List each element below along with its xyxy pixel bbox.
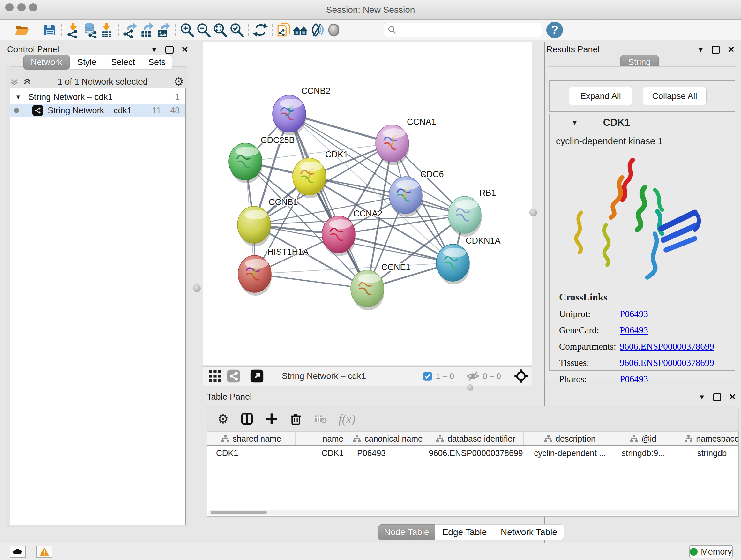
results-panel-collapse-icon[interactable]: ▼: [697, 46, 704, 54]
string-network-graph[interactable]: CCNB2CCNA1CDC25BCDK1CDC6RB1CCNB1CCNA2CDK…: [203, 42, 532, 365]
tab-edge-table[interactable]: Edge Table: [435, 524, 494, 540]
node-CCNA1[interactable]: [376, 125, 409, 165]
gene-disclosure-icon[interactable]: ▼: [571, 118, 578, 127]
warnings-button[interactable]: [37, 546, 52, 558]
table-options-gear-icon[interactable]: ⚙: [217, 412, 229, 426]
tab-network-table[interactable]: Network Table: [494, 524, 564, 540]
table-panel-collapse-icon[interactable]: ▼: [698, 393, 705, 401]
tab-select[interactable]: Select: [104, 55, 142, 70]
cell-description[interactable]: cyclin-dependent ...: [524, 448, 616, 458]
hidden-eye-icon[interactable]: [467, 370, 479, 382]
node-CDKN1A[interactable]: [436, 244, 470, 285]
cell-database-identifier[interactable]: 9606.ENSP00000378699: [428, 448, 524, 458]
grid-view-icon[interactable]: [208, 369, 222, 383]
import-database-button[interactable]: [82, 22, 98, 38]
cell-canonical-name[interactable]: P06493: [348, 448, 428, 458]
network-canvas[interactable]: CCNB2CCNA1CDC25BCDK1CDC6RB1CCNB1CCNA2CDK…: [203, 42, 532, 365]
export-table-button[interactable]: [138, 22, 155, 38]
import-network-button[interactable]: [65, 22, 82, 38]
table-panel-close-icon[interactable]: ✕: [729, 392, 736, 402]
column-header-namespace[interactable]: namespace: [670, 432, 739, 445]
tab-style[interactable]: Style: [70, 55, 104, 70]
node-CCNE1[interactable]: [351, 270, 384, 310]
crosslink-link[interactable]: P06493: [620, 309, 648, 319]
tab-network[interactable]: Network: [23, 55, 70, 70]
birdseye-navigator-icon[interactable]: [514, 368, 529, 384]
export-image-button[interactable]: [155, 22, 172, 38]
zoom-fit-button[interactable]: [212, 22, 228, 38]
zoom-out-button[interactable]: [195, 22, 212, 38]
expand-all-chevrons-icon[interactable]: [10, 77, 19, 86]
table-row[interactable]: CDK1CDK1P064939606.ENSP00000378699cyclin…: [207, 446, 738, 460]
column-header-description[interactable]: description: [524, 432, 616, 445]
search-input[interactable]: [397, 25, 531, 35]
network-share-toggle-icon[interactable]: [226, 369, 241, 383]
crosslink-link[interactable]: P06493: [620, 325, 648, 335]
toggle-glass-button[interactable]: [309, 22, 326, 38]
add-column-icon[interactable]: [265, 413, 278, 425]
crosslink-link[interactable]: 9606.ENSP00000378699: [620, 358, 714, 368]
refresh-button[interactable]: [252, 22, 269, 38]
table-panel-float-icon[interactable]: [713, 393, 721, 401]
node-CDK1[interactable]: [293, 158, 326, 198]
edge-CCNB2-CCNE1[interactable]: [289, 114, 367, 289]
column-header-canonical-name[interactable]: canonical name: [348, 432, 428, 445]
show-columns-icon[interactable]: [240, 412, 254, 426]
cloud-status-button[interactable]: [10, 546, 25, 558]
collapse-all-button[interactable]: Collapse All: [643, 87, 706, 105]
stringify-button[interactable]: [276, 22, 292, 38]
open-in-new-window-icon[interactable]: [250, 369, 264, 383]
node-CCNB1[interactable]: [238, 206, 271, 246]
column-header-name[interactable]: name: [295, 432, 348, 445]
column-header-database-identifier[interactable]: database identifier: [428, 432, 524, 445]
search-box[interactable]: [384, 23, 542, 37]
zoom-in-button[interactable]: [179, 22, 195, 38]
selected-checkbox-icon[interactable]: [423, 371, 432, 381]
column-header-shared-name[interactable]: shared name: [207, 432, 295, 445]
cell-namespace[interactable]: stringdb: [670, 448, 739, 458]
hscrollbar-thumb[interactable]: [211, 510, 267, 514]
node-CDC25B[interactable]: [229, 143, 262, 183]
help-button[interactable]: ?: [546, 22, 563, 38]
zoom-selected-button[interactable]: [228, 22, 245, 38]
network-options-gear-icon[interactable]: ⚙: [174, 75, 184, 88]
edge-HIST1H1A-CCNE1[interactable]: [255, 274, 367, 289]
control-panel-float-icon[interactable]: [165, 46, 174, 54]
column-header-id[interactable]: @id: [616, 432, 670, 445]
import-table-button[interactable]: [98, 22, 115, 38]
node-CDC6[interactable]: [389, 177, 422, 217]
network-collection-row[interactable]: ▼ String Network – cdk1 1: [10, 90, 185, 104]
right-splitter-handle[interactable]: [529, 209, 537, 216]
node-CCNA2[interactable]: [322, 216, 355, 256]
save-session-button[interactable]: [42, 22, 58, 38]
open-session-button[interactable]: [13, 22, 30, 38]
crosslink-link[interactable]: P06493: [620, 374, 648, 384]
string-home-button[interactable]: [292, 22, 309, 38]
results-panel-float-icon[interactable]: [712, 46, 720, 54]
control-panel-collapse-icon[interactable]: ▼: [151, 46, 158, 54]
node-HIST1H1A[interactable]: [238, 255, 272, 296]
table-hscrollbar[interactable]: [208, 509, 738, 515]
node-RB1[interactable]: [448, 196, 482, 237]
cell-name[interactable]: CDK1: [295, 448, 348, 458]
node-CCNB2[interactable]: [273, 95, 306, 135]
delete-column-icon[interactable]: [289, 413, 302, 425]
export-network-button[interactable]: [122, 22, 138, 38]
collapse-all-chevrons-icon[interactable]: [22, 77, 32, 86]
memory-button[interactable]: Memory: [689, 545, 733, 558]
tab-node-table[interactable]: Node Table: [378, 524, 435, 540]
expand-all-button[interactable]: Expand All: [569, 87, 632, 105]
crosslink-link[interactable]: 9606.ENSP00000378699: [620, 341, 714, 352]
node-table[interactable]: shared namenamecanonical namedatabase id…: [207, 432, 739, 516]
tab-sets[interactable]: Sets: [142, 55, 172, 70]
collection-disclosure-icon[interactable]: ▼: [15, 94, 21, 101]
cell-id[interactable]: stringdb:9...: [616, 448, 670, 458]
results-panel-close-icon[interactable]: ✕: [728, 45, 735, 55]
bottom-splitter-handle[interactable]: [467, 384, 473, 391]
left-splitter-handle[interactable]: [193, 285, 201, 292]
gene-section-header[interactable]: ▼ CDK1: [549, 114, 735, 131]
control-panel-close-icon[interactable]: ✕: [181, 45, 188, 55]
network-row-selected[interactable]: String Network – cdk1 11 48: [10, 104, 185, 117]
toggle-enhanced-button[interactable]: [326, 22, 342, 38]
cell-shared-name[interactable]: CDK1: [207, 448, 295, 458]
